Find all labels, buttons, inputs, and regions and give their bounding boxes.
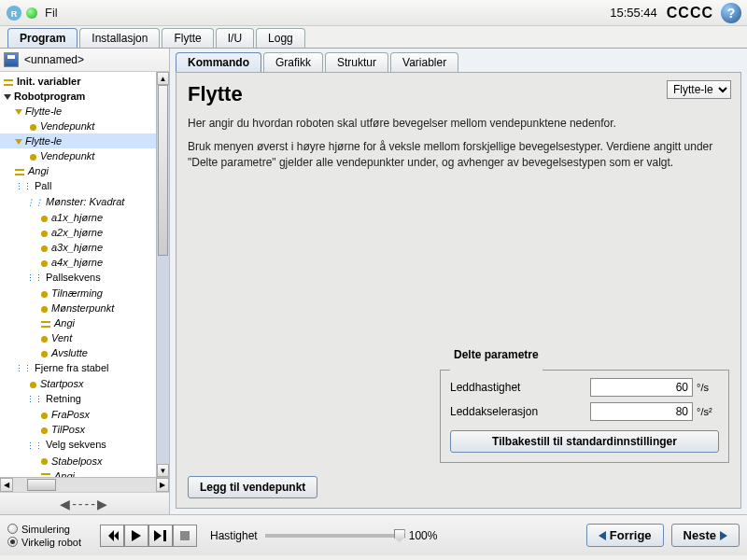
subtab-variabler[interactable]: Variabler (390, 52, 458, 72)
bottom-bar: Simulering Virkelig robot Hastighet 100%… (0, 514, 747, 555)
tree-hscrollbar[interactable]: ◀ ▶ (0, 477, 169, 492)
main-tabs: Program Installasjon Flytte I/U Logg (0, 26, 747, 48)
tab-program[interactable]: Program (7, 28, 78, 48)
page-title: Flytte (188, 82, 729, 106)
tree-startpos[interactable]: Startposx (40, 378, 83, 389)
description-1: Her angir du hvordan roboten skal utføre… (188, 116, 729, 132)
scroll-down-icon[interactable]: ▼ (157, 464, 169, 477)
real-radio[interactable] (7, 537, 18, 547)
program-tree-panel: <unnamed> Init. variabler Robotprogram F… (0, 49, 170, 514)
description-2: Bruk menyen øverst i høyre hjørne for å … (188, 139, 729, 171)
shared-params-group: Delte parametre Leddhastighet °/s Leddak… (440, 363, 729, 463)
scroll-thumb[interactable] (158, 85, 168, 256)
tree-angi2[interactable]: Angi (54, 317, 75, 329)
status-dot-icon (26, 7, 37, 19)
tree-approach[interactable]: Tilnærming (51, 287, 103, 299)
tree-direction[interactable]: Retning (46, 393, 81, 404)
rewind-button[interactable] (100, 525, 124, 547)
program-tree[interactable]: Init. variabler Robotprogram Flytte-le V… (0, 72, 156, 477)
step-button[interactable] (148, 525, 173, 547)
sim-radio[interactable] (7, 524, 18, 534)
scroll-right-icon[interactable]: ▶ (156, 478, 169, 492)
slider-thumb[interactable] (394, 529, 405, 542)
file-name: <unnamed> (24, 53, 84, 66)
tree-a1[interactable]: a1x_hjørne (51, 212, 103, 223)
real-label: Virkelig robot (21, 537, 81, 548)
tree-pallseq[interactable]: Pallsekvens (46, 272, 101, 283)
move-type-dropdown[interactable]: Flytte-le (667, 80, 731, 99)
speed-label: Hastighet (210, 529, 258, 542)
params-legend: Delte parametre (450, 348, 543, 361)
command-panel: Flytte Flytte-le Her angir du hvordan ro… (176, 72, 741, 509)
tab-iu[interactable]: I/U (216, 28, 254, 48)
joint-accel-input[interactable] (590, 402, 693, 421)
playback-controls (100, 525, 197, 547)
tree-robotprogram[interactable]: Robotprogram (14, 91, 85, 102)
tree-patternpt[interactable]: Mønsterpunkt (51, 302, 114, 314)
tree-move2[interactable]: Flytte-le (25, 135, 62, 147)
tree-a2[interactable]: a2x_hjørne (51, 227, 103, 238)
play-button[interactable] (124, 525, 148, 547)
tab-installasjon[interactable]: Installasjon (79, 28, 160, 48)
joint-speed-input[interactable] (590, 378, 693, 397)
add-waypoint-button[interactable]: Legg til vendepunkt (188, 476, 317, 498)
tree-vscrollbar[interactable]: ▲ ▼ (156, 72, 169, 477)
help-button[interactable]: ? (721, 3, 741, 23)
move-type-select[interactable]: Flytte-le (667, 80, 731, 99)
tree-init[interactable]: Init. variabler (17, 76, 80, 87)
subtab-struktur[interactable]: Struktur (325, 52, 388, 72)
scroll-left-icon[interactable]: ◀ (0, 478, 13, 492)
tree-wp1[interactable]: Vendepunkt (40, 120, 94, 132)
menu-fil[interactable]: Fil (45, 6, 58, 20)
joint-accel-label: Leddakselerasjon (450, 405, 590, 418)
cccc-label: CCCC (667, 5, 713, 21)
tree-angi3[interactable]: Angi (54, 470, 75, 477)
sim-label: Simulering (21, 524, 70, 535)
file-header: <unnamed> (0, 49, 169, 72)
tree-wp2[interactable]: Vendepunkt (40, 150, 94, 161)
arrow-left-icon (599, 531, 606, 540)
sub-tabs: Kommando Grafikk Struktur Variabler (170, 49, 747, 72)
arrow-right-icon (720, 531, 727, 540)
tree-remove[interactable]: Fjerne fra stabel (35, 362, 108, 373)
next-button[interactable]: Neste (671, 524, 740, 547)
tree-vent[interactable]: Vent (51, 332, 72, 343)
subtab-kommando[interactable]: Kommando (176, 52, 261, 72)
tree-frapos[interactable]: FraPosx (51, 409, 90, 420)
tree-angi[interactable]: Angi (28, 165, 49, 176)
subtab-grafikk[interactable]: Grafikk (263, 52, 323, 72)
stop-button[interactable] (173, 525, 197, 547)
scroll-up-icon[interactable]: ▲ (157, 72, 169, 85)
joint-speed-label: Leddhastighet (450, 381, 590, 394)
ur-logo-icon: R (6, 5, 22, 21)
clock: 15:55:44 (610, 6, 657, 20)
hscroll-thumb[interactable] (27, 479, 56, 491)
save-icon[interactable] (4, 52, 19, 67)
accel-unit: °/s² (697, 406, 719, 417)
speed-slider[interactable] (265, 534, 405, 538)
tree-move1[interactable]: Flytte-le (25, 105, 62, 117)
reset-defaults-button[interactable]: Tilbakestill til standardinnstillinger (450, 430, 719, 453)
prev-button[interactable]: Forrige (586, 524, 664, 547)
tab-flytte[interactable]: Flytte (162, 28, 213, 48)
tree-pall[interactable]: Pall (35, 180, 51, 191)
speed-unit: °/s (697, 382, 719, 393)
tree-stabelpos[interactable]: Stabelposx (51, 455, 102, 467)
tree-nav-arrows[interactable]: ◀----▶ (0, 492, 169, 514)
tree-tilpos[interactable]: TilPosx (51, 424, 85, 435)
tree-pattern[interactable]: Mønster: Kvadrat (46, 196, 124, 207)
top-menu-bar: R Fil 15:55:44 CCCC ? (0, 0, 747, 26)
tab-logg[interactable]: Logg (256, 28, 305, 48)
speed-percent: 100% (409, 529, 438, 542)
tree-velgseq[interactable]: Velg sekvens (46, 439, 106, 450)
run-mode-radio: Simulering Virkelig robot (7, 524, 81, 548)
tree-a3[interactable]: a3x_hjørne (51, 242, 103, 253)
tree-exit[interactable]: Avslutte (51, 347, 88, 358)
tree-a4[interactable]: a4x_hjørne (51, 257, 103, 268)
svg-rect-2 (180, 531, 190, 540)
svg-text:R: R (11, 8, 18, 18)
